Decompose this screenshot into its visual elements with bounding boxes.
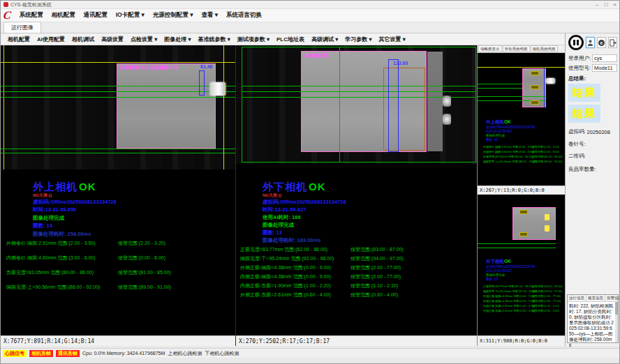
time-line: 时间:13-31-59-627 (486, 269, 512, 273)
upper-camera-thumbnail[interactable]: 外上相机OK 虚拟码:Offline20250208133134728 时间:1… (478, 53, 565, 185)
tool-image-processing[interactable]: 图像处理 ▾ (161, 34, 193, 45)
alarm-range: 报警范围:(83.00 - 87.00) (532, 285, 562, 288)
alarm-range: 报警范围:(2.20 - 3.20) (532, 145, 559, 149)
menu-language-switch[interactable]: 系统语言切换 (222, 9, 266, 22)
pause-button[interactable] (568, 35, 584, 50)
measurement-row: 外侧卷针-隔膜:2.91mm 范围:(2.00 - 3.50) (483, 145, 534, 149)
info-scrollbar[interactable] (615, 301, 618, 342)
guide-line (3, 45, 4, 169)
alarm-range: 报警范围:(2.00 - 77.00) (350, 264, 401, 271)
time-line: 时间:13-31-59-650 (33, 206, 77, 213)
alarm-range: 报警范围:(81.00 - 85.00) (532, 155, 562, 158)
logout-icon (609, 39, 617, 47)
measurement-row: 外侧正极-负极=2.61mm 范围:(0.60 - 4.00) (483, 309, 535, 312)
tool-learning-params[interactable]: 学习参数 ▾ (342, 34, 374, 45)
mark-chip (531, 71, 539, 75)
maximize-button[interactable]: □ (604, 1, 607, 8)
measurement-row: 隔膜宽度-上=90.56mm 范围:(88.00 - 92.00) (483, 160, 537, 163)
alarm-range: 报警范围:(83.00 - 87.00) (350, 246, 404, 253)
barcode-line: 虚拟码:Offline20250208133134728 (33, 199, 117, 206)
minimize-button[interactable]: – (596, 1, 598, 8)
tool-advanced-debug[interactable]: 高级调试 ▾ (309, 34, 341, 45)
virtual-code-label: 虚拟码: (568, 128, 586, 135)
tab-vision-info[interactable]: 视觉信息 (586, 295, 605, 301)
result-box-upper: 结果 (568, 84, 600, 102)
tab-run-info[interactable]: 运行信息 (568, 295, 586, 301)
alarm-range: 报警范围:(0.00 - 8.00) (118, 255, 165, 261)
loops-line: 圈数: 13 (263, 229, 282, 236)
measurement-row: 内侧正极-隔膜=4.38mm 范围:(0.00 - 9.00) (240, 273, 331, 280)
tool-ai-use-config[interactable]: AI使用配置 (34, 34, 68, 45)
tool-spot-check[interactable]: 点检设置 ▾ (128, 34, 160, 45)
menu-comm-config[interactable]: 通讯配置 (80, 9, 112, 22)
alarm-range: 报警范围:(0.60 - 4.00) (350, 291, 398, 298)
tab-camera-views[interactable]: 相机画面线图 (531, 45, 558, 52)
info-button[interactable]: e (597, 37, 606, 48)
camera-dropframe-badge: 相机丢帧 (29, 350, 53, 357)
tool-other-settings[interactable]: 其它设置 ▾ (376, 34, 408, 45)
upper-camera-viewport[interactable]: 灰度阈值:93, 动态阈值:100 81.46 外上相机OK NG大类:[] 虚… (1, 45, 235, 335)
menu-light-config[interactable]: 光源控制配置 ▾ (149, 9, 198, 22)
app-window: CYS-视觉检测系统 – □ × C 系统配置 相机配置 通讯配置 IO卡配置 … (0, 0, 620, 364)
done-line: 图像处理完成 (33, 215, 64, 222)
user-button[interactable] (586, 37, 595, 48)
result-box-lower: 结果 (568, 105, 600, 123)
measurement-row: 内侧卷针-隔膜:4.60mm 范围:(3.00 - 6.00) (6, 255, 96, 261)
upper-camera-panel: 灰度阈值:93, 动态阈值:100 81.46 外上相机OK NG大类:[] 虚… (1, 45, 236, 346)
guide-line (478, 248, 556, 248)
barcode-line: 虚拟码:Offline20250208133134728 (486, 126, 535, 129)
time-line: 时间:13-31-59-650 (486, 130, 512, 133)
measurement-row: 正极宽度=83.77mm 范围:(82.00 - 88.00) (483, 285, 533, 288)
pin-number-label: 卷针号: (568, 141, 586, 148)
close-button[interactable]: × (613, 1, 617, 8)
logout-button[interactable] (608, 37, 617, 48)
tab-all-views[interactable]: 所有画面线图 (503, 45, 530, 52)
tabstrip: 运行图像 (1, 22, 619, 33)
loops-line: 圈数: 13 (486, 138, 498, 142)
tool-advanced-settings[interactable]: 高级设置 (98, 34, 126, 45)
guide-line (1, 62, 235, 63)
product-edge (427, 52, 443, 151)
measurement-row: 外侧正极-隔膜=4.38mm 范围:(0.00 - 9.00) (240, 264, 331, 271)
elapsed-line: 图像处理耗时: 183.00ms (263, 237, 320, 244)
alarm-range: 报警范围:(2.00 - 77.00) (532, 299, 561, 303)
measurement-row: 负极宽度=83.05mm 范围:(80.00 - 86.00) (6, 269, 94, 276)
measurement-row: 外侧正极-负极=2.61mm 范围:(0.60 - 4.00) (240, 291, 331, 298)
tab-thumbnail-view[interactable]: 缩略图显示 (478, 45, 502, 52)
toolbar: 相机配置 AI使用配置 相机调试 高级设置 点检设置 ▾ 图像处理 ▾ 基准线参… (1, 33, 565, 45)
highlight-blob (443, 114, 451, 125)
menu-io-config[interactable]: IO卡配置 ▾ (112, 9, 149, 22)
measure-roi (199, 70, 205, 96)
alarm-range: 报警范围:(1.10 - 2.10) (532, 304, 559, 308)
window-title: CYS-视觉检测系统 (10, 1, 596, 8)
titlebar: CYS-视觉检测系统 – □ × (1, 1, 619, 9)
tool-plc-address[interactable]: PLC地址表 (274, 34, 307, 45)
lower-camera-panel: AI检测区域 123.60 外下相机OK NG大类:[] 虚拟码:Offline… (236, 45, 478, 346)
ai-area-label: AI检测区域 (304, 52, 328, 59)
tool-baseline-params[interactable]: 基准线参数 ▾ (195, 34, 233, 45)
cursor-readout-left: X:7677;Y:891;R:14;G:14;B:14 (1, 335, 235, 346)
lower-camera-viewport[interactable]: AI检测区域 123.60 外下相机OK NG大类:[] 虚拟码:Offline… (236, 45, 477, 335)
measure-value-label: 123.60 (393, 61, 408, 66)
measurement-row: 外侧卷针-隔膜:2.91mm 范围:(2.00 - 3.50) (6, 240, 96, 247)
menu-system-config[interactable]: 系统配置 (15, 9, 47, 22)
barcode-line: 虚拟码:Offline20250208133134728 (486, 265, 535, 268)
tool-test-params[interactable]: 测试项参数 ▾ (235, 34, 272, 45)
guide-line (478, 243, 556, 244)
tool-camera-config[interactable]: 相机配置 (5, 34, 33, 45)
camera-result-title: 外下相机OK (486, 259, 511, 265)
elapsed-line: 图像处理耗时: 258.00ms (33, 231, 91, 238)
alarm-range: 报警范围:(2.20 - 3.20) (118, 240, 165, 247)
loops-line: 圈数: 13 (33, 222, 52, 229)
measurement-row: 内侧正极-负极=1.90mm 范围:(1.00 - 2.20) (483, 304, 535, 308)
mark-chip (531, 100, 539, 105)
lower-camera-thumbnail[interactable]: 外下相机OK 虚拟码:Offline20250208133134728 时间:1… (478, 195, 565, 335)
tool-camera-debug[interactable]: 相机调试 (69, 34, 97, 45)
tab-run-image[interactable]: 运行图像 (3, 22, 41, 33)
done-line: 图像处理完成 (486, 273, 505, 277)
run-info-text: 耗时: 222, 缺陷检测耗时: 17, 缺陷分类耗时: 0, 缺陷提取分区耗时… (568, 302, 618, 349)
measurement-row: 外侧正极-隔膜=4.38mm 范围:(0.00 - 9.00) (483, 294, 535, 298)
menu-camera-config[interactable]: 相机配置 (47, 9, 80, 22)
menu-view[interactable]: 查看 ▾ (197, 9, 222, 22)
measurement-row: 内侧正极-隔膜=4.38mm 范围:(0.00 - 9.00) (483, 299, 535, 303)
